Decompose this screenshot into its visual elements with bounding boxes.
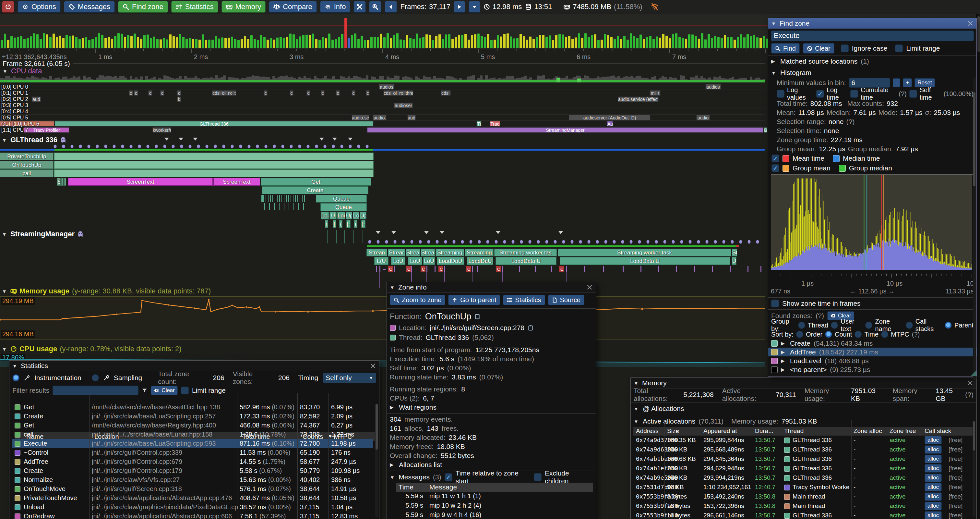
cpu-zone-block[interactable]: c	[160, 90, 164, 96]
log-time-checkbox[interactable]	[816, 90, 824, 98]
legend-checkbox[interactable]	[772, 164, 779, 172]
timeline-zone[interactable]: LoU	[408, 257, 422, 265]
timeline-zone[interactable]: |~	[346, 220, 350, 228]
memory-scrollbar[interactable]	[972, 421, 975, 517]
cpu-zone-block[interactable]: c	[321, 90, 325, 96]
log-values-checkbox[interactable]	[777, 90, 784, 98]
statistics-scrollbar[interactable]	[375, 404, 378, 517]
close-icon[interactable]	[967, 20, 974, 27]
cpu-zone-block[interactable]: kworker/u	[153, 127, 171, 133]
table-row[interactable]: calljni/../jni/../../../src/claw/base/Lu…	[12, 430, 373, 439]
alloc-callstack-button[interactable]: alloc	[924, 446, 942, 454]
glthread-section-header[interactable]: ▼GLThread 336	[2, 136, 67, 144]
timeline-zone[interactable]: Strean	[366, 249, 387, 256]
timeline-zone[interactable]: OnTouchUp	[0, 161, 54, 169]
tools-button[interactable]	[353, 1, 366, 13]
column-header[interactable]: Size	[667, 428, 679, 434]
alloc-callstack-button[interactable]: alloc	[924, 455, 942, 463]
timeline-zone[interactable]: U	[329, 212, 337, 219]
expander-icon[interactable]: ▼	[634, 419, 640, 424]
matched-locations-row[interactable]: ▶Matched source locations(1)	[768, 57, 977, 65]
timeline-zone[interactable]: LoadDaU	[437, 257, 464, 265]
allocation-row[interactable]: 0x7553b9fbf016 bytes296,661,146ns13:50.7…	[633, 511, 974, 519]
scrollbar-handle[interactable]	[973, 92, 975, 186]
column-header[interactable]: Message	[426, 483, 460, 492]
filter-input[interactable]	[52, 386, 138, 395]
collapsed-zones-marker[interactable]	[332, 137, 337, 141]
timeline-zone[interactable]: PrivateTouchUp	[0, 153, 54, 160]
alloc-callstack-button[interactable]: alloc	[924, 474, 942, 482]
cpu-zone-block[interactable]: Ti	[476, 121, 482, 126]
cpu-zone-block[interactable]: c	[307, 90, 310, 96]
message-row[interactable]: 5.59 smip 9 w 4 h 4 (16)	[396, 511, 593, 519]
timeline-zone[interactable]: LoadData U	[560, 257, 730, 265]
timeline-zone[interactable]: Get	[261, 178, 371, 186]
decrease-button[interactable]: -	[893, 78, 900, 87]
zone-info-button-source[interactable]: Source	[548, 295, 584, 305]
clear-button[interactable]: Clear	[151, 386, 178, 395]
timing-combo[interactable]: Self only▼	[323, 373, 376, 383]
allocations-list-row[interactable]: ▶Allocations list	[387, 460, 596, 469]
cpu-zone-block[interactable]: aud	[32, 96, 41, 102]
cpu-zone-block[interactable]: c	[148, 90, 153, 96]
timeline-zone[interactable]: Up	[360, 212, 366, 219]
group-by-radio-call-stacks[interactable]	[906, 322, 913, 329]
column-header[interactable]: Appeared at	[703, 428, 737, 434]
collapsed-zones-marker[interactable]	[424, 231, 429, 234]
find-zone-histogram[interactable]	[771, 174, 974, 272]
wait-regions-row[interactable]: ▶Wait regions	[387, 403, 596, 412]
timeline-zone[interactable]: (	[325, 220, 328, 228]
table-row[interactable]: ~Controljni/../jni/src/guif/Control.cpp:…	[12, 448, 373, 457]
allocation-row[interactable]: 0x74a9d37040186.35 KB295,999,844ns13:50.…	[633, 436, 974, 445]
limit-range-checkbox[interactable]	[895, 45, 903, 52]
cpu-zone-block[interactable]: GLThread 336	[54, 121, 374, 126]
cpu-usage-header[interactable]: ▼CPU usage(y-range: 0.78%, visible data …	[2, 345, 181, 353]
find-zone-button[interactable]: Find zone	[118, 1, 168, 13]
expander-icon[interactable]: ▼	[3, 69, 8, 74]
expander-icon[interactable]: ▼	[390, 474, 395, 480]
increase-button[interactable]: +	[903, 78, 912, 87]
frame-dropdown-button[interactable]	[469, 1, 480, 13]
timeline-zone[interactable]: Up	[346, 212, 352, 219]
cpu-zone-block[interactable]: audio.se	[352, 115, 369, 120]
cpu-zone-block[interactable]: c	[129, 90, 133, 96]
cpu-zone-block[interactable]: k	[177, 96, 181, 102]
sort-by-radio-mtpc[interactable]	[881, 331, 888, 338]
cpu-zone-block[interactable]: Trac	[490, 121, 500, 126]
zone-info-button-go-to-parent[interactable]: Go to parent	[448, 295, 500, 305]
close-icon[interactable]	[370, 363, 376, 369]
timeline-zone[interactable]: LoadDaU	[467, 257, 493, 265]
allocation-row[interactable]: 0x7553b9fa508 bytes153,492,240ns13:50.8M…	[633, 492, 974, 501]
column-header[interactable]: Address	[636, 428, 659, 434]
compare-button[interactable]: Compare	[269, 1, 317, 13]
column-header[interactable]: Zone free	[889, 428, 916, 434]
limit-range-checkbox[interactable]	[181, 386, 189, 394]
cpu-zone-block[interactable]: StreamingManager	[367, 127, 764, 133]
ignore-case-checkbox[interactable]	[841, 45, 849, 52]
table-row[interactable]: Executejni/../jni/src/claw/base/LuaScrip…	[12, 439, 373, 448]
timeline-zone[interactable]: |~	[361, 220, 366, 228]
cpu-zone-block[interactable]: audio	[696, 115, 710, 120]
column-header[interactable]: Call stack	[924, 428, 951, 434]
expander-icon[interactable]: ▶	[771, 58, 777, 64]
zone-info-button-zoom-to-zone[interactable]: Zoom to zone	[390, 295, 445, 305]
timeline-zone[interactable]: LoU	[391, 257, 406, 265]
cpu-zone-block[interactable]: c	[366, 90, 370, 96]
timeline-zone[interactable]: call	[0, 169, 54, 177]
timeline-zone[interactable]: Streaming	[436, 249, 464, 256]
expander-icon[interactable]: ▶	[781, 349, 787, 355]
timeline-zone[interactable]: Streaming worker task	[558, 249, 731, 256]
timeline-zone[interactable]: Loa	[321, 212, 329, 219]
collapsed-zones-marker[interactable]	[391, 231, 396, 234]
group-by-radio-user-text[interactable]	[831, 322, 838, 329]
alloc-callstack-button[interactable]: alloc	[924, 436, 942, 444]
timeline-zone[interactable]: Streaming worker tas	[494, 249, 557, 256]
memory-table-header[interactable]: Address▲SizeAppeared atDura...ThreadZone…	[633, 427, 974, 436]
group-by-radio-zone-name[interactable]	[865, 322, 872, 329]
streaming-section-header[interactable]: ▼StreamingManager	[2, 230, 84, 238]
found-zone-group-row[interactable]: ▶LoadLevel(18) 406.88 µs	[768, 356, 977, 365]
table-row[interactable]: Unloadjni/../jni/src/claw/graphics/pixel…	[12, 503, 373, 512]
expander-icon[interactable]: ▼	[12, 363, 18, 369]
cpu-zone-block[interactable]: cds_ol_rx_threa	[383, 90, 413, 96]
reset-button[interactable]: Reset	[915, 78, 935, 87]
